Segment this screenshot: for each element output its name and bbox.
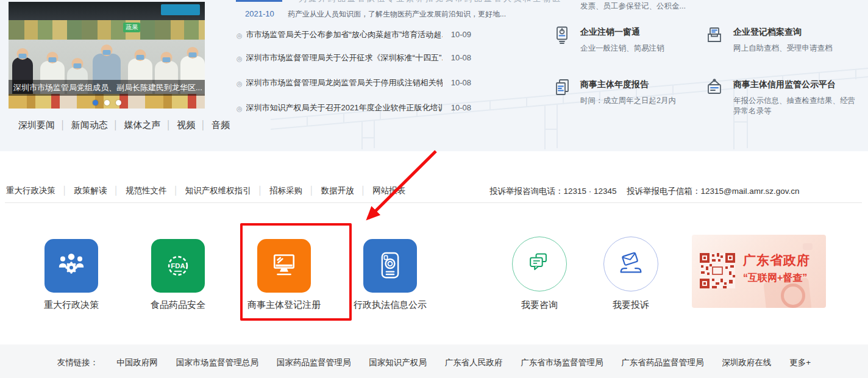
chat-bubbles-icon: [512, 237, 567, 291]
news-link[interactable]: 深圳市知识产权局关于召开2021年度企业软件正版化培训（...: [246, 102, 443, 113]
news-date: 10-08: [451, 78, 471, 87]
banner-text: 广东省政府 “互联网+督查”: [743, 252, 810, 285]
service-subtitle: 网上自助查档、受理申请查档: [733, 43, 868, 54]
tab-media-voice[interactable]: 媒体之声: [124, 119, 177, 130]
people-gear-icon: [44, 239, 98, 293]
bridge-watermark-graphic: [271, 0, 868, 150]
active-tab-indicator: [236, 0, 282, 2]
news-bullet-icon: ◎: [237, 55, 243, 62]
tile-label: 行政执法信息公示: [354, 299, 427, 311]
annual-report-icon: [552, 78, 572, 98]
news-item: ◎深圳市市场监督管理局龙岗监管局关于停用或注销相关特种... 10-08: [237, 77, 471, 88]
service-title: 商事主体信用监管公示平台: [733, 79, 855, 90]
tile-label: 商事主体登记注册: [247, 299, 321, 311]
service-archive-query[interactable]: 企业登记档案查询 网上自助查档、受理申请查档: [733, 27, 868, 54]
link-bidding[interactable]: 招标采购: [269, 186, 321, 195]
consult-button[interactable]: 我要咨询: [510, 237, 569, 311]
link-policy-interpretation[interactable]: 政策解读: [74, 186, 125, 195]
quick-links-bar: 重大行政决策政策解读规范性文件知识产权维权指引招标采购数据开放网站报表: [6, 185, 405, 196]
friend-links-label: 友情链接：: [57, 357, 99, 368]
power-document-icon: [552, 26, 572, 45]
news-bullet-icon: ◎: [237, 105, 243, 112]
complaint-email: 投诉举报电子信箱：12315@mail.amr.sz.gov.cn: [627, 186, 800, 197]
photo-shelves: [9, 20, 205, 40]
divider: [5, 202, 862, 203]
news-link[interactable]: 深圳市市场监督管理局龙岗监管局关于停用或注销相关特种...: [246, 77, 443, 88]
service-subtitle: 年报公示信息、抽查检查结果、经营异常名录等: [733, 96, 855, 116]
top-news-section: 蔬果 深圳市市场监管局党组成员、副局长陈建民到龙华区... 深圳要闻新闻动态媒体…: [0, 0, 868, 151]
circle-label: 我要咨询: [521, 299, 558, 311]
footer-link-more[interactable]: 更多+: [789, 357, 811, 368]
link-open-data[interactable]: 数据开放: [321, 186, 372, 195]
envelope-drop-icon: [603, 237, 658, 291]
gd-supervision-banner[interactable]: 广东省政府 “互联网+督查”: [692, 235, 826, 308]
service-title: 企业登记档案查询: [733, 27, 868, 38]
carousel-dot-1[interactable]: [93, 100, 98, 105]
camera-intercom-icon: [363, 239, 417, 293]
notice-board-icon: [705, 78, 724, 98]
tab-audio[interactable]: 音频: [212, 119, 230, 130]
link-normative-documents[interactable]: 规范性文件: [126, 186, 185, 195]
news-bullet-icon: ◎: [237, 32, 243, 39]
news-summary-line: 药产业从业人员知识面，了解生物医药产业发展前沿知识，更好地...: [288, 9, 506, 20]
link-ip-rights-guide[interactable]: 知识产权维权指引: [185, 186, 269, 195]
footer-link-gd-mpa[interactable]: 广东省药品监督管理局: [621, 357, 703, 368]
banner-title: 广东省政府: [743, 252, 810, 269]
complaint-hotline: 投诉举报咨询电话：12315 · 12345: [489, 186, 617, 197]
link-major-decisions[interactable]: 重大行政决策: [6, 186, 74, 195]
news-carousel[interactable]: 蔬果 深圳市市场监管局党组成员、副局长陈建民到龙华区...: [9, 2, 205, 109]
footer-link-gd-samr[interactable]: 广东省市场监督管理局: [521, 357, 603, 368]
carousel-caption[interactable]: 深圳市市场监管局党组成员、副局长陈建民到龙华区...: [9, 80, 205, 96]
tile-business-registration[interactable]: 商事主体登记注册: [255, 239, 313, 311]
banner-subtitle: “互联网+督查”: [743, 272, 810, 285]
footer-link-cnipa[interactable]: 国家知识产权局: [369, 357, 427, 368]
tile-major-decisions[interactable]: 重大行政决策: [42, 239, 101, 311]
tab-news-updates[interactable]: 新闻动态: [71, 119, 124, 130]
tile-label: 重大行政决策: [44, 299, 99, 311]
footer: 友情链接： 中国政府网 国家市场监督管理总局 国家药品监督管理局 国家知识产权局…: [0, 344, 868, 378]
fda-wreath-icon: FDA: [151, 239, 205, 293]
news-bullet-icon: ◎: [237, 80, 243, 87]
monitor-icon: [257, 239, 311, 293]
carousel-dot-3[interactable]: [116, 100, 121, 105]
news-item: ◎深圳市市场监督管理局关于公开征求《深圳标准“十四五”... 10-08: [237, 52, 471, 63]
fda-badge-text: FDA: [171, 262, 185, 269]
tile-law-enforcement-disclosure[interactable]: 行政执法信息公示: [361, 239, 419, 311]
news-date: 10-09: [451, 30, 471, 39]
news-link[interactable]: 深圳市市场监督管理局关于公开征求《深圳标准“十四五”...: [246, 52, 443, 63]
news-link[interactable]: 市市场监管局关于公布参加省“放心肉菜超市”培育活动超...: [246, 29, 443, 40]
tile-food-drug-safety[interactable]: FDA 食品药品安全: [149, 239, 207, 311]
footer-link-gd-gov[interactable]: 广东省人民政府: [445, 357, 503, 368]
photo-store-banner: [161, 4, 200, 15]
circle-label: 我要投诉: [613, 299, 649, 311]
archive-tray-icon: [705, 26, 724, 45]
carousel-dot-2[interactable]: [104, 100, 110, 105]
footer-link-samr[interactable]: 国家市场监督管理总局: [176, 357, 258, 368]
news-tab-bar: 深圳要闻新闻动态媒体之声视频音频: [18, 119, 230, 131]
tab-video[interactable]: 视频: [177, 119, 212, 130]
tab-shenzhen-news[interactable]: 深圳要闻: [18, 119, 71, 130]
photo-produce-sign: 蔬果: [123, 23, 140, 32]
tile-label: 食品药品安全: [151, 299, 205, 311]
friend-links-row: 友情链接： 中国政府网 国家市场监督管理总局 国家药品监督管理局 国家知识产权局…: [0, 344, 868, 368]
carousel-dots: [9, 100, 205, 105]
clipped-service-subtitle: 发票、员工参保登记、公积金...: [580, 1, 686, 12]
footer-link-gov-cn[interactable]: 中国政府网: [116, 357, 158, 368]
qr-code: [700, 253, 735, 288]
service-credit-platform[interactable]: 商事主体信用监管公示平台 年报公示信息、抽查检查结果、经营异常名录等: [733, 79, 855, 116]
banner-decor: [803, 243, 813, 250]
news-date: 10-08: [451, 103, 471, 112]
footer-link-sz-online[interactable]: 深圳政府在线: [722, 357, 771, 368]
clipped-news-line: 为提升药品监管队伍专业素养拓宽我市药品监管人员和生物医: [299, 0, 616, 4]
news-item: ◎市市场监管局关于公布参加省“放心肉菜超市”培育活动超... 10-09: [237, 29, 471, 40]
news-item: ◎深圳市知识产权局关于召开2021年度企业软件正版化培训（... 10-08: [237, 102, 471, 113]
link-site-reports[interactable]: 网站报表: [372, 186, 405, 195]
news-month-label: 2021-10: [245, 9, 274, 18]
footer-link-nmpa[interactable]: 国家药品监督管理局: [277, 357, 351, 368]
news-date: 10-08: [451, 53, 471, 62]
page: 蔬果 深圳市市场监管局党组成员、副局长陈建民到龙华区... 深圳要闻新闻动态媒体…: [0, 0, 868, 378]
complaint-button[interactable]: 我要投诉: [602, 237, 660, 311]
